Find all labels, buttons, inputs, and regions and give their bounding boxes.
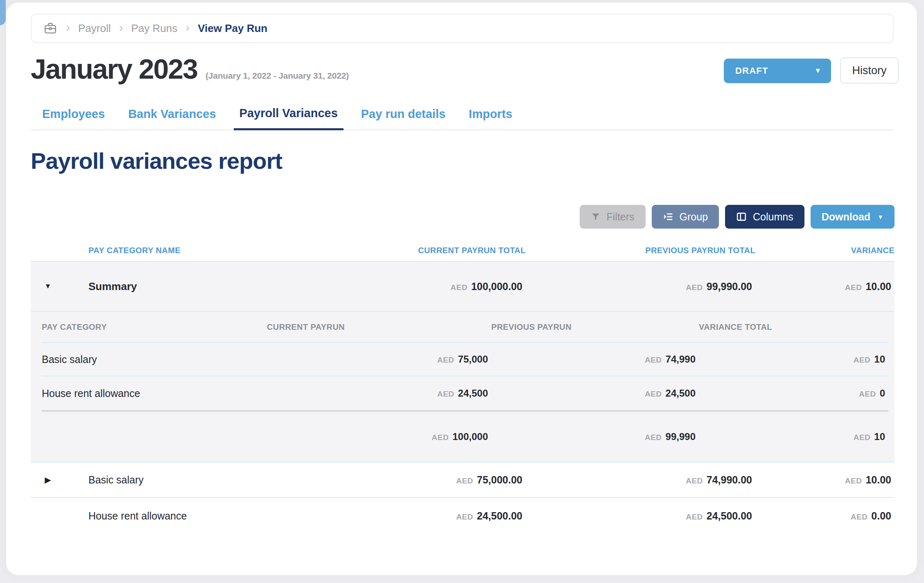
currency-label: AED <box>645 356 662 364</box>
detail-previous-value: 24,500 <box>666 388 696 399</box>
category-previous-value: 24,500.00 <box>707 510 752 522</box>
report-toolbar: Filters Group Columns <box>6 205 895 229</box>
status-badge: DRAFT <box>735 66 768 76</box>
currency-label: AED <box>851 513 868 521</box>
currency-label: AED <box>456 476 473 485</box>
detail-variance-value: 0 <box>880 388 885 399</box>
status-dropdown[interactable]: DRAFT ▼ <box>724 59 831 83</box>
header-pay-category-name: PAY CATEGORY NAME <box>31 246 324 255</box>
history-button-label: History <box>852 64 886 77</box>
totals-previous-value: 99,990 <box>666 431 696 442</box>
currency-label: AED <box>456 513 473 521</box>
detail-variance-value: 10 <box>874 354 885 365</box>
category-name: Basic salary <box>88 474 144 486</box>
detail-row-house-rent-allowance: House rent allowance AED24,500 AED24,500… <box>42 377 888 412</box>
detail-category-name: Basic salary <box>42 354 267 365</box>
group-button[interactable]: Group <box>652 205 719 229</box>
breadcrumb: › Payroll › Pay Runs › View Pay Run <box>31 14 894 43</box>
chevron-down-icon: ▼ <box>877 213 883 220</box>
table-columns-icon <box>736 211 747 222</box>
category-row-basic-salary[interactable]: ▶ Basic salary AED75,000.00 AED74,990.00… <box>31 463 895 498</box>
chevron-right-icon: › <box>185 21 190 35</box>
summary-row[interactable]: ▼ Summary AED100,000.00 AED99,990.00 AED… <box>31 262 895 312</box>
detail-header-previous-payrun: PREVIOUS PAYRUN <box>491 322 699 332</box>
currency-label: AED <box>645 390 662 398</box>
sidebar-edge-accent <box>0 0 6 25</box>
currency-label: AED <box>437 356 454 364</box>
currency-label: AED <box>645 433 662 442</box>
summary-variance-value: 10.00 <box>865 281 891 292</box>
columns-button[interactable]: Columns <box>725 205 804 229</box>
currency-label: AED <box>845 283 862 292</box>
detail-row-basic-salary: Basic salary AED75,000 AED74,990 AED10 <box>42 343 888 377</box>
briefcase-icon[interactable] <box>43 21 58 35</box>
detail-header-current-payrun: CURRENT PAYRUN <box>267 322 491 332</box>
page-title: January 2023 <box>31 52 197 85</box>
currency-label: AED <box>859 390 876 398</box>
currency-label: AED <box>854 433 871 442</box>
category-name: House rent allowance <box>88 510 187 522</box>
detail-previous-value: 74,990 <box>666 354 696 365</box>
chevron-down-icon: ▼ <box>814 67 821 75</box>
category-current-value: 24,500.00 <box>477 510 522 522</box>
currency-label: AED <box>450 283 468 292</box>
detail-header-pay-category: PAY CATEGORY <box>42 322 267 332</box>
detail-category-name: House rent allowance <box>42 388 267 399</box>
collapse-caret-icon[interactable]: ▼ <box>43 282 53 290</box>
filters-button-label: Filters <box>607 211 635 223</box>
chevron-right-icon: › <box>119 21 123 35</box>
tab-imports[interactable]: Imports <box>463 102 518 129</box>
tab-payroll-variances[interactable]: Payroll Variances <box>234 102 343 130</box>
filter-funnel-icon <box>591 212 601 222</box>
tab-pay-run-details[interactable]: Pay run details <box>355 102 451 129</box>
tab-bar: Employees Bank Variances Payroll Varianc… <box>31 102 894 130</box>
totals-variance-value: 10 <box>874 431 885 442</box>
payroll-variances-table: PAY CATEGORY NAME CURRENT PAYRUN TOTAL P… <box>31 240 895 534</box>
tab-employees[interactable]: Employees <box>36 102 111 129</box>
currency-label: AED <box>845 476 862 485</box>
currency-label: AED <box>437 390 454 398</box>
category-current-value: 75,000.00 <box>477 474 522 485</box>
header-current-payrun-total: CURRENT PAYRUN TOTAL <box>324 246 526 255</box>
header-previous-payrun-total: PREVIOUS PAYRUN TOTAL <box>526 246 755 255</box>
main-content-card: › Payroll › Pay Runs › View Pay Run Janu… <box>6 2 917 575</box>
breadcrumb-payroll[interactable]: Payroll <box>78 22 111 35</box>
currency-label: AED <box>432 433 449 442</box>
group-button-label: Group <box>680 211 708 223</box>
category-row-house-rent-allowance[interactable]: House rent allowance AED24,500.00 AED24,… <box>31 498 895 534</box>
pay-period-date-range: (January 1, 2022 - January 31, 2022) <box>206 71 349 81</box>
history-button[interactable]: History <box>840 57 899 84</box>
detail-totals-row: AED100,000 AED99,990 AED10 <box>42 412 888 462</box>
download-button[interactable]: Download ▼ <box>811 205 895 229</box>
detail-header-variance-total: VARIANCE TOTAL <box>699 322 888 332</box>
download-button-label: Download <box>822 211 870 223</box>
currency-label: AED <box>686 476 703 485</box>
breadcrumb-view-pay-run: View Pay Run <box>198 22 267 35</box>
detail-header-row: PAY CATEGORY CURRENT PAYRUN PREVIOUS PAY… <box>42 312 888 343</box>
expand-caret-icon[interactable]: ▶ <box>43 475 53 485</box>
header-variance: VARIANCE <box>755 246 895 255</box>
filters-button[interactable]: Filters <box>580 205 646 229</box>
currency-label: AED <box>686 283 703 292</box>
chevron-right-icon: › <box>66 21 70 35</box>
summary-label: Summary <box>88 280 137 293</box>
currency-label: AED <box>854 356 871 364</box>
columns-button-label: Columns <box>753 211 793 223</box>
breadcrumb-pay-runs[interactable]: Pay Runs <box>131 22 177 35</box>
detail-current-value: 24,500 <box>458 388 488 399</box>
group-indent-icon <box>663 211 673 222</box>
summary-section: ▼ Summary AED100,000.00 AED99,990.00 AED… <box>31 262 895 463</box>
category-variance-value: 0.00 <box>871 510 891 522</box>
summary-detail-table: PAY CATEGORY CURRENT PAYRUN PREVIOUS PAY… <box>31 312 895 462</box>
summary-previous-value: 99,990.00 <box>707 281 752 292</box>
report-title: Payroll variances report <box>31 148 282 174</box>
category-variance-value: 10.00 <box>865 474 891 485</box>
currency-label: AED <box>686 513 703 521</box>
category-previous-value: 74,990.00 <box>707 474 752 485</box>
totals-current-value: 100,000 <box>452 431 488 442</box>
detail-current-value: 75,000 <box>458 354 488 365</box>
tab-bank-variances[interactable]: Bank Variances <box>122 102 221 129</box>
summary-current-value: 100,000.00 <box>471 281 522 292</box>
table-header-row: PAY CATEGORY NAME CURRENT PAYRUN TOTAL P… <box>31 240 895 262</box>
